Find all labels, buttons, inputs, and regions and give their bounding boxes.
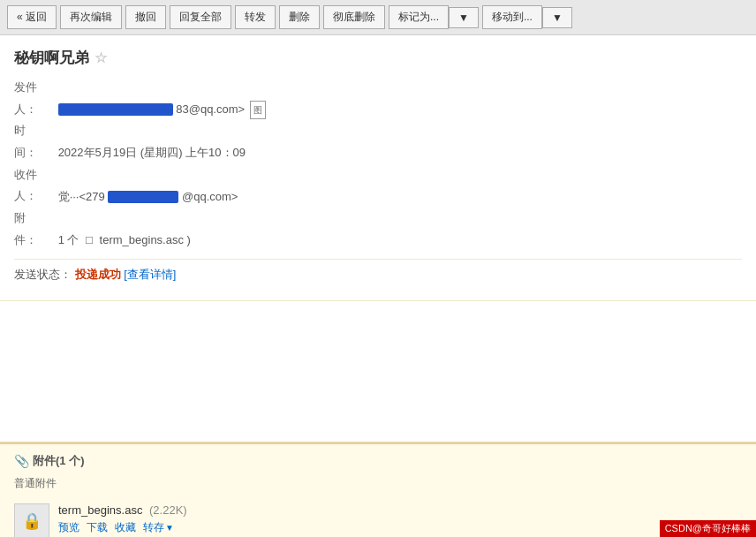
csdn-watermark: CSDN@奇哥好棒棒 — [660, 520, 756, 537]
move-dropdown: 移动到... ▼ — [482, 5, 572, 29]
attachment-section-title: 📎 附件(1 个) — [14, 453, 742, 469]
from-row: 发件人： 83@qq.com> 图 — [14, 77, 742, 120]
to-suffix: @qq.com> — [182, 189, 238, 202]
attachment-info: term_begins.asc (2.22K) 预览 下载 收藏 转存 ▼ — [58, 503, 187, 535]
attachment-size: (2.22K) — [149, 503, 187, 517]
attachment-filename: term_begins.asc (2.22K) — [58, 503, 187, 517]
email-meta: 发件人： 83@qq.com> 图 时 间： 2022年5月19日 (星期四) … — [14, 77, 742, 252]
email-header: 秘钥啊兄弟 ☆ 发件人： 83@qq.com> 图 时 间： 2022年5月19… — [0, 35, 756, 301]
from-icon[interactable]: 图 — [250, 101, 266, 119]
attachment-file-name: term_begins.asc — [100, 233, 184, 246]
email-subject: 秘钥啊兄弟 ☆ — [14, 48, 742, 68]
attachment-category-label: 普通附件 — [14, 476, 742, 491]
send-status: 发送状态： 投递成功 [查看详情] — [14, 259, 742, 283]
permanent-delete-button[interactable]: 彻底删除 — [323, 5, 385, 29]
from-label: 发件人： — [14, 77, 55, 120]
time-row: 时 间： 2022年5月19日 (星期四) 上午10：09 — [14, 120, 742, 163]
send-detail-link[interactable]: [查看详情] — [124, 268, 176, 281]
to-prefix: 觉···<279 — [58, 189, 105, 202]
save-arrow[interactable]: ▼ — [165, 523, 174, 533]
attachment-item: 🔒 term_begins.asc (2.22K) 预览 下载 收藏 转存 ▼ — [14, 498, 742, 538]
move-button[interactable]: 移动到... — [482, 5, 542, 29]
attachment-close-paren: ) — [187, 233, 191, 246]
reply-all-button[interactable]: 回复全部 — [170, 5, 231, 29]
send-status-label: 发送状态： — [14, 268, 72, 281]
attachment-meta-label: 附 件： — [14, 208, 55, 251]
attachment-count: 1 个 — [58, 233, 79, 246]
from-suffix: 83@qq.com> — [176, 102, 245, 116]
edit-button[interactable]: 再次编辑 — [60, 5, 122, 29]
attachment-file-icon: □ — [86, 233, 93, 246]
top-toolbar: « 返回 再次编辑 撤回 回复全部 转发 删除 彻底删除 标记为... ▼ 移动… — [0, 0, 756, 35]
delete-button[interactable]: 删除 — [279, 5, 320, 29]
time-value: 2022年5月19日 (星期四) 上午10：09 — [58, 146, 246, 159]
to-redacted — [108, 191, 178, 203]
attachment-name-text: term_begins.asc — [58, 503, 142, 517]
favorite-link[interactable]: 收藏 — [115, 520, 136, 535]
to-row: 收件人： 觉···<279 @qq.com> — [14, 164, 742, 208]
attachment-meta-row: 附 件： 1 个 □ term_begins.asc ) — [14, 208, 742, 251]
attachment-title-text: 附件(1 个) — [33, 453, 85, 469]
file-icon: 🔒 — [22, 511, 42, 531]
undo-button[interactable]: 撤回 — [125, 5, 166, 29]
mark-arrow-button[interactable]: ▼ — [449, 7, 479, 28]
preview-link[interactable]: 预览 — [58, 520, 79, 535]
attachment-thumbnail: 🔒 — [14, 503, 49, 538]
email-body — [0, 301, 756, 442]
mark-button[interactable]: 标记为... — [389, 5, 449, 29]
save-link[interactable]: 转存 — [143, 520, 164, 535]
attachment-section: 📎 附件(1 个) 普通附件 🔒 term_begins.asc (2.22K)… — [0, 442, 756, 538]
download-link[interactable]: 下载 — [87, 520, 108, 535]
time-label: 时 间： — [14, 120, 55, 163]
to-label: 收件人： — [14, 164, 55, 208]
email-content-area: 秘钥啊兄弟 ☆ 发件人： 83@qq.com> 图 时 间： 2022年5月19… — [0, 35, 756, 291]
paperclip-icon: 📎 — [14, 454, 29, 468]
forward-button[interactable]: 转发 — [235, 5, 276, 29]
attachment-actions: 预览 下载 收藏 转存 ▼ — [58, 520, 187, 535]
subject-text: 秘钥啊兄弟 — [14, 48, 89, 68]
move-arrow-button[interactable]: ▼ — [542, 7, 572, 28]
save-dropdown: 转存 ▼ — [143, 520, 174, 535]
star-icon[interactable]: ☆ — [94, 49, 107, 66]
csdn-text: CSDN@奇哥好棒棒 — [665, 523, 751, 533]
mark-dropdown: 标记为... ▼ — [389, 5, 479, 29]
from-redacted — [58, 103, 173, 116]
send-status-value: 投递成功 — [75, 268, 121, 281]
back-button[interactable]: « 返回 — [7, 5, 57, 29]
